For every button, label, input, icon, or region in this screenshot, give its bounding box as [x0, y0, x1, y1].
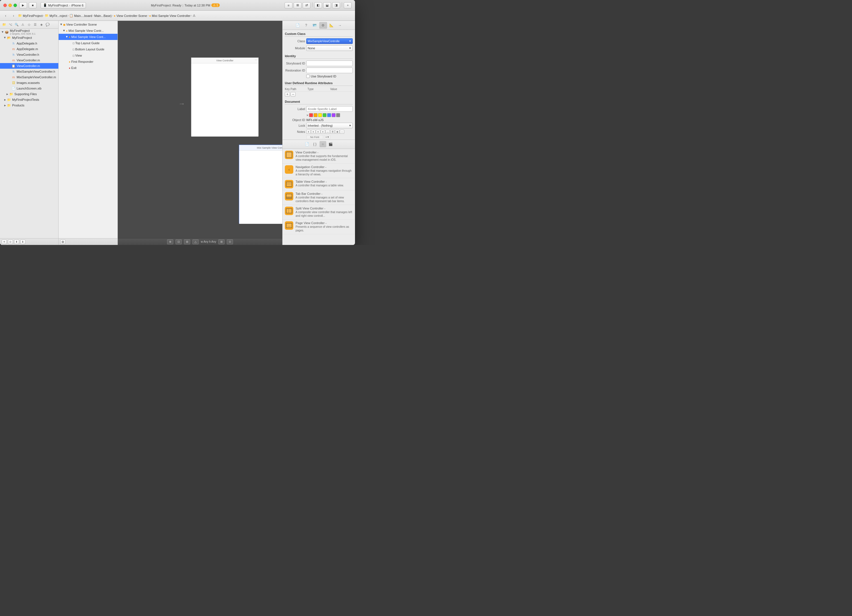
canvas-content[interactable]: → View Controller — Mixi Samp: [118, 21, 282, 238]
lib-item-tvc[interactable]: Table View Controller - A controller tha…: [282, 178, 355, 190]
outline-item-view[interactable]: □ View: [59, 53, 118, 59]
lib-file-tab[interactable]: 📄: [304, 141, 310, 147]
outline-item-exit[interactable]: ● Exit: [59, 65, 118, 71]
lib-item-page[interactable]: • • • Page View Controller - Presents a …: [282, 220, 355, 234]
view-controller-frame[interactable]: View Controller —: [191, 57, 258, 136]
notes-more[interactable]: ⋯: [340, 130, 344, 134]
tree-item-launch[interactable]: 📄 LaunchScreen.xib: [0, 86, 58, 91]
source-control-icon[interactable]: ⌥: [8, 22, 13, 27]
tree-item-group[interactable]: ▶ 📂 MyFirstProject: [0, 35, 58, 41]
bc-scene[interactable]: ● View Controller Scene: [114, 14, 147, 17]
quick-help-tab[interactable]: ?: [302, 22, 310, 29]
utilities-toggle[interactable]: ◨: [332, 2, 340, 8]
lock-select[interactable]: Inherited - (Nothing) ▼: [306, 123, 353, 128]
maximize-button[interactable]: [14, 4, 17, 7]
show-callees-button[interactable]: ⬇: [20, 239, 26, 244]
storyboard-id-input[interactable]: [306, 60, 353, 66]
symbol-nav-icon[interactable]: 🔍: [14, 22, 19, 27]
tree-item-mixi-h[interactable]: h MixiSampleViewController.h: [0, 69, 58, 74]
color-swatch-6[interactable]: [332, 113, 335, 117]
test-nav-icon[interactable]: ◇: [26, 22, 32, 27]
notes-table[interactable]: ⊞: [335, 130, 340, 134]
editor-standard-button[interactable]: ≡: [285, 2, 292, 8]
breakpoint-nav-icon[interactable]: ◈: [39, 22, 44, 27]
attributes-inspector-tab[interactable]: ⚙: [319, 22, 327, 29]
notes-align-justify[interactable]: ≡: [321, 130, 325, 134]
color-swatch-4[interactable]: [323, 113, 326, 117]
notes-align-center[interactable]: ≡: [311, 130, 316, 134]
color-swatch-2[interactable]: [314, 113, 317, 117]
navigator-toggle[interactable]: ◧: [314, 2, 322, 8]
pin-btn[interactable]: ⊞: [184, 239, 190, 244]
remove-attribute-button[interactable]: −: [290, 92, 296, 96]
outline-item-mixi2[interactable]: ▶ ● Mixi Sample View Cont...: [59, 34, 118, 40]
nav-back-button[interactable]: ‹: [2, 12, 9, 19]
outline-item-bottom-layout[interactable]: □ Bottom Layout Guide: [59, 46, 118, 53]
grid-btn[interactable]: ⊞: [218, 239, 225, 244]
connections-inspector-tab[interactable]: →: [336, 22, 344, 29]
warning-badge[interactable]: ⚠ 1: [211, 3, 219, 7]
notes-align-right[interactable]: ≡: [316, 130, 320, 134]
tree-item-images[interactable]: 🖼 Images.xcassets: [0, 80, 58, 86]
notes-dash[interactable]: —: [325, 130, 330, 134]
add-file-button[interactable]: +: [2, 239, 7, 244]
bc-board[interactable]: 📋 Main....board: [69, 14, 92, 17]
module-select[interactable]: None ▼: [306, 45, 353, 51]
size-inspector-tab[interactable]: 📐: [328, 22, 335, 29]
stop-button[interactable]: ■: [29, 2, 37, 8]
outline-item-scene[interactable]: ▶ ◼ View Controller Scene: [59, 21, 118, 28]
doc-label-input[interactable]: [306, 106, 353, 112]
zoom-btn[interactable]: ⊙: [227, 239, 233, 244]
tree-item-mixi-m[interactable]: m MixiSampleViewController.m: [0, 74, 58, 80]
folder-icon[interactable]: 📁: [2, 22, 7, 27]
use-storyboard-checkbox[interactable]: [306, 75, 310, 78]
color-swatch-5[interactable]: [327, 113, 331, 117]
editor-assistant-button[interactable]: ⊞: [294, 2, 301, 8]
font-selector[interactable]: No Font: [306, 135, 323, 139]
lib-object-tab[interactable]: ○: [319, 141, 326, 147]
mixi-vc-frame[interactable]: Mixi Sample View Controller —: [239, 145, 282, 224]
color-swatch-3[interactable]: [318, 113, 322, 117]
tree-item-root[interactable]: ▶ 📦 MyFirstProject 2 targets, iOS SDK 8.…: [0, 29, 58, 35]
outline-item-mixi1[interactable]: ▶ ● Mixi Sample View Contr...: [59, 28, 118, 34]
close-button[interactable]: [3, 4, 7, 7]
lib-item-tabbar[interactable]: Tab Bar Controller - A controller that m…: [282, 190, 355, 205]
identity-inspector-tab[interactable]: 🪪: [311, 22, 319, 29]
related-files-button[interactable]: ⊙: [8, 239, 13, 244]
editor-version-button[interactable]: ⇄: [303, 2, 310, 8]
add-constraint-button[interactable]: ⊕: [60, 239, 65, 244]
resolve-btn[interactable]: △: [192, 239, 199, 244]
outline-item-top-layout[interactable]: □ Top Layout Guide: [59, 40, 118, 46]
outline-item-first-responder[interactable]: ● First Responder: [59, 59, 118, 65]
tree-item-main-storyboard[interactable]: 📋 ViewController.m: [0, 63, 58, 69]
tree-item-supporting[interactable]: ▶ 📁 Supporting Files: [0, 91, 58, 97]
debug-toggle[interactable]: ⬓: [323, 2, 331, 8]
show-callers-button[interactable]: ⬆: [14, 239, 19, 244]
tree-item-products[interactable]: ▶ 📁 Products: [0, 102, 58, 108]
restoration-id-input[interactable]: [306, 68, 353, 73]
lib-item-vc[interactable]: View Controller - A controller that supp…: [282, 149, 355, 164]
run-button[interactable]: ▶: [19, 2, 27, 8]
report-nav-icon[interactable]: 💬: [45, 22, 50, 27]
class-select[interactable]: MixiSampleViewControlle ▼: [306, 38, 353, 44]
color-swatch-1[interactable]: [309, 113, 313, 117]
bc-project[interactable]: 📁 MyFirstProject: [18, 14, 42, 17]
tree-item-tests[interactable]: ▶ 📁 MyFirstProjectTests: [0, 97, 58, 102]
lib-item-nav[interactable]: ‹ Navigation Controller - A controller t…: [282, 164, 355, 178]
tree-item-appdelegate-h[interactable]: h AppDelegate.h: [0, 41, 58, 46]
lib-item-split[interactable]: Split View Controller - A composite view…: [282, 205, 355, 220]
warning-nav-icon[interactable]: ⚠: [20, 22, 26, 27]
canvas-area[interactable]: → View Controller — Mixi Samp: [118, 21, 282, 245]
bc-mixi[interactable]: ● Mixi Sample View Controller: [149, 14, 190, 17]
notes-list[interactable]: ☰: [330, 130, 335, 134]
notes-align-left[interactable]: ≡: [306, 130, 311, 134]
lib-code-tab[interactable]: { }: [312, 141, 319, 147]
font-size-control[interactable]: ≡▼: [324, 135, 331, 139]
align-btn[interactable]: ⊡: [175, 239, 182, 244]
bc-warning[interactable]: ⚠: [193, 14, 195, 17]
tree-item-appdelegate-m[interactable]: m AppDelegate.m: [0, 46, 58, 52]
color-x-icon[interactable]: ✕: [306, 114, 308, 117]
nav-forward-button[interactable]: ›: [10, 12, 17, 19]
tree-item-vc-m[interactable]: m ViewController.m: [0, 57, 58, 63]
file-inspector-tab[interactable]: 📄: [294, 22, 302, 29]
